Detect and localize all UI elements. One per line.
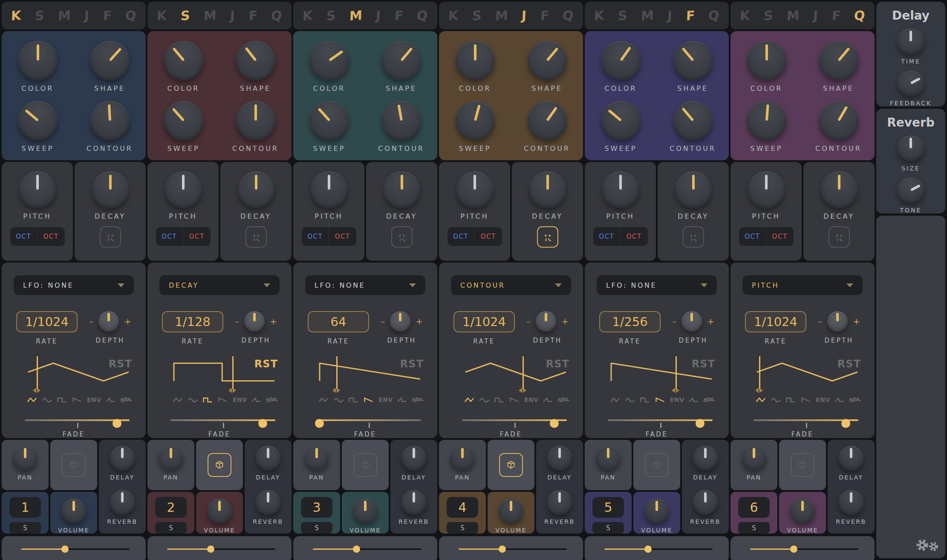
square-wave-icon[interactable]: [349, 396, 359, 403]
lfo-reset-button[interactable]: RST: [109, 358, 132, 370]
reverb-send-knob[interactable]: [839, 490, 863, 515]
decay-knob[interactable]: [92, 171, 129, 208]
decay-knob[interactable]: [821, 171, 857, 208]
envelope-mode-button[interactable]: ENV: [524, 396, 539, 403]
shape-knob[interactable]: [382, 41, 421, 80]
lfo-phase-cursor[interactable]: [676, 356, 677, 390]
drum-icon-cymbal[interactable]: Q: [563, 9, 574, 23]
delay-send-knob[interactable]: [401, 446, 426, 471]
fade-slider-thumb[interactable]: [113, 419, 121, 428]
drum-icon-clap[interactable]: F: [686, 9, 695, 22]
depth-knob[interactable]: [681, 311, 702, 332]
contour-knob[interactable]: [673, 101, 713, 140]
choke-button[interactable]: [245, 226, 267, 248]
depth-knob[interactable]: [98, 311, 119, 332]
triangle-wave-icon[interactable]: [465, 396, 475, 403]
volume-knob[interactable]: [499, 499, 523, 523]
choke-button[interactable]: [100, 226, 121, 248]
volume-knob[interactable]: [644, 499, 669, 523]
randomize-button[interactable]: [791, 453, 814, 477]
drum-icon-kick[interactable]: K: [156, 9, 167, 23]
square-wave-icon[interactable]: [640, 396, 651, 403]
octave-down-button[interactable]: OCT: [739, 227, 767, 246]
depth-minus-button[interactable]: –: [381, 317, 385, 326]
triangle-wave-icon[interactable]: [27, 396, 38, 403]
sweep-knob[interactable]: [164, 101, 203, 140]
ramp-down-wave-icon[interactable]: [509, 396, 520, 403]
envelope-mode-button[interactable]: ENV: [670, 396, 684, 403]
depth-plus-button[interactable]: +: [707, 317, 714, 326]
channel-number-button[interactable]: 4: [447, 497, 478, 518]
contour-knob[interactable]: [382, 101, 421, 140]
color-knob[interactable]: [18, 41, 58, 80]
sine-wave-icon[interactable]: [479, 396, 490, 403]
channel-fader-thumb[interactable]: [499, 546, 506, 553]
drum-icon-percussion[interactable]: J: [521, 9, 526, 22]
lfo-phase-cursor[interactable]: [523, 356, 524, 390]
randomize-button[interactable]: [499, 453, 523, 477]
channel-fader-track[interactable]: [167, 548, 275, 550]
pitch-knob[interactable]: [165, 171, 202, 208]
envelope-mode-button[interactable]: ENV: [378, 396, 393, 403]
drum-icon-percussion[interactable]: J: [84, 9, 89, 22]
sweep-knob[interactable]: [601, 101, 641, 140]
randomize-button[interactable]: [208, 453, 231, 477]
attack-wave-icon[interactable]: [397, 396, 408, 403]
randomize-button[interactable]: [353, 453, 377, 477]
lfo-rate-display[interactable]: 1/1024: [16, 311, 78, 332]
solo-button[interactable]: S: [155, 522, 187, 534]
pitch-knob[interactable]: [311, 171, 347, 208]
lfo-destination-dropdown[interactable]: DECAY: [159, 275, 280, 295]
pitch-knob[interactable]: [748, 171, 785, 208]
depth-knob[interactable]: [244, 311, 265, 332]
choke-button[interactable]: [537, 226, 558, 248]
decay-knob[interactable]: [384, 171, 420, 208]
lfo-destination-dropdown[interactable]: PITCH: [742, 275, 863, 295]
triangle-wave-icon[interactable]: [756, 396, 767, 403]
lfo-rate-display[interactable]: 1/256: [599, 311, 661, 332]
triangle-wave-icon[interactable]: [610, 396, 621, 403]
pan-knob[interactable]: [596, 446, 621, 471]
fade-slider-thumb[interactable]: [696, 419, 704, 428]
sweep-knob[interactable]: [456, 101, 495, 140]
channel-fader-thumb[interactable]: [207, 546, 214, 553]
attack-wave-icon[interactable]: [689, 396, 699, 403]
pan-knob[interactable]: [159, 446, 183, 471]
decay-knob[interactable]: [675, 171, 712, 208]
random-step-wave-icon[interactable]: [558, 396, 569, 403]
color-knob[interactable]: [164, 41, 203, 80]
volume-knob[interactable]: [353, 499, 378, 523]
attack-wave-icon[interactable]: [834, 396, 845, 403]
drum-icon-cymbal[interactable]: Q: [854, 9, 866, 23]
sine-wave-icon[interactable]: [625, 396, 636, 403]
reverb-send-knob[interactable]: [547, 490, 572, 515]
color-knob[interactable]: [456, 41, 495, 80]
drum-icon-snare[interactable]: S: [326, 9, 336, 22]
delay-time-knob[interactable]: [897, 29, 924, 54]
depth-plus-button[interactable]: +: [270, 317, 277, 326]
octave-down-button[interactable]: OCT: [10, 227, 38, 246]
depth-minus-button[interactable]: –: [235, 317, 239, 326]
sine-wave-icon[interactable]: [188, 396, 199, 403]
lfo-reset-button[interactable]: RST: [837, 358, 861, 370]
fade-slider-track[interactable]: [316, 419, 421, 421]
drum-icon-clap[interactable]: F: [394, 9, 404, 22]
octave-down-button[interactable]: OCT: [593, 227, 621, 246]
octave-up-button[interactable]: OCT: [766, 227, 794, 246]
drum-icon-cymbal[interactable]: Q: [708, 9, 720, 23]
ramp-down-wave-icon[interactable]: [801, 396, 811, 403]
drum-icon-clap[interactable]: F: [540, 9, 549, 22]
channel-number-button[interactable]: 5: [592, 497, 624, 518]
shape-knob[interactable]: [528, 41, 567, 80]
color-knob[interactable]: [310, 41, 349, 80]
lfo-reset-button[interactable]: RST: [400, 358, 424, 370]
sweep-knob[interactable]: [310, 101, 349, 140]
depth-knob[interactable]: [536, 311, 556, 332]
lfo-destination-dropdown[interactable]: LFO: NONE: [14, 275, 134, 295]
volume-knob[interactable]: [61, 499, 86, 523]
drum-icon-cymbal[interactable]: Q: [417, 9, 428, 23]
drum-icon-snare[interactable]: S: [618, 9, 627, 22]
delay-send-knob[interactable]: [110, 446, 135, 471]
lfo-phase-cursor[interactable]: [232, 356, 234, 390]
channel-fader-thumb[interactable]: [644, 546, 652, 553]
